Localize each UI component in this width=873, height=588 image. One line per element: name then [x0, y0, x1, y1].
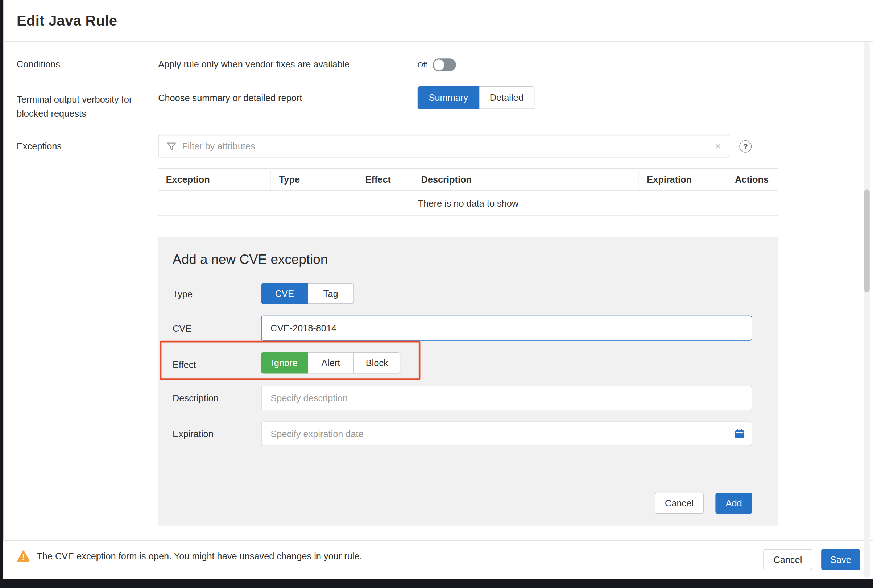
table-empty-row: There is no data to show: [158, 190, 778, 216]
vendor-fixes-toggle[interactable]: Off: [418, 57, 456, 72]
table-empty-message: There is no data to show: [158, 190, 778, 216]
dialog-footer: The CVE exception form is open. You migh…: [3, 540, 873, 579]
panel-cancel-button[interactable]: Cancel: [655, 493, 704, 514]
calendar-icon[interactable]: [735, 429, 744, 439]
toggle-state-label: Off: [418, 60, 427, 69]
column-exception: Exception: [158, 169, 271, 190]
effect-segmented-control: Ignore Alert Block: [261, 352, 400, 374]
cve-label: CVE: [172, 323, 191, 334]
footer-save-button[interactable]: Save: [821, 549, 860, 570]
cve-input[interactable]: [261, 316, 752, 341]
type-option-tag[interactable]: Tag: [308, 284, 354, 304]
warning-icon: [16, 550, 30, 562]
dialog-header: Edit Java Rule: [3, 0, 873, 42]
column-type: Type: [271, 169, 357, 190]
add-exception-panel: Add a new CVE exception Type CVE Tag CVE…: [158, 237, 778, 525]
scrollbar-thumb[interactable]: [864, 189, 869, 292]
exceptions-label: Exceptions: [16, 141, 62, 152]
type-segmented-control: CVE Tag: [261, 284, 354, 304]
effect-label: Effect: [172, 360, 196, 370]
footer-cancel-button[interactable]: Cancel: [763, 549, 812, 570]
scrollbar-track[interactable]: [864, 42, 869, 578]
warning-banner: The CVE exception form is open. You migh…: [16, 550, 362, 562]
edit-rule-dialog: Edit Java Rule Conditions Apply rule onl…: [3, 0, 873, 579]
description-label: Description: [172, 393, 219, 404]
column-expiration: Expiration: [639, 169, 727, 190]
conditions-label: Conditions: [16, 59, 60, 70]
exceptions-table: Exception Type Effect Description Expira…: [158, 168, 778, 216]
type-label: Type: [172, 289, 192, 300]
panel-add-button[interactable]: Add: [715, 493, 752, 514]
effect-option-ignore[interactable]: Ignore: [261, 352, 308, 374]
type-option-cve[interactable]: CVE: [261, 284, 308, 304]
expiration-field: [261, 422, 752, 446]
help-icon[interactable]: ?: [739, 140, 752, 153]
screen: Edit Java Rule Conditions Apply rule onl…: [0, 0, 873, 588]
column-description: Description: [413, 169, 639, 190]
effect-option-alert[interactable]: Alert: [308, 352, 354, 374]
warning-message: The CVE exception form is open. You migh…: [37, 551, 362, 561]
table-header-row: Exception Type Effect Description Expira…: [158, 169, 778, 190]
verbosity-description: Choose summary or detailed report: [158, 93, 302, 104]
report-mode-segmented-control: Summary Detailed: [418, 86, 535, 109]
expiration-label: Expiration: [172, 429, 213, 439]
effect-option-block[interactable]: Block: [354, 352, 400, 374]
panel-title: Add a new CVE exception: [172, 252, 328, 267]
dialog-title: Edit Java Rule: [16, 12, 117, 29]
exceptions-filter: ×: [158, 135, 729, 158]
expiration-input[interactable]: [261, 422, 752, 446]
toggle-switch[interactable]: [432, 58, 456, 71]
filter-funnel-icon: [166, 141, 177, 151]
filter-input[interactable]: [182, 141, 710, 152]
column-effect: Effect: [357, 169, 413, 190]
summary-option-button[interactable]: Summary: [418, 86, 479, 109]
column-actions: Actions: [727, 169, 778, 190]
toggle-knob: [434, 60, 444, 70]
filter-clear-icon[interactable]: ×: [715, 141, 721, 151]
detailed-option-button[interactable]: Detailed: [478, 86, 534, 109]
verbosity-label: Terminal output verbosity for blocked re…: [16, 92, 139, 121]
description-input[interactable]: [261, 386, 752, 410]
conditions-description: Apply rule only when vendor fixes are av…: [158, 59, 350, 70]
